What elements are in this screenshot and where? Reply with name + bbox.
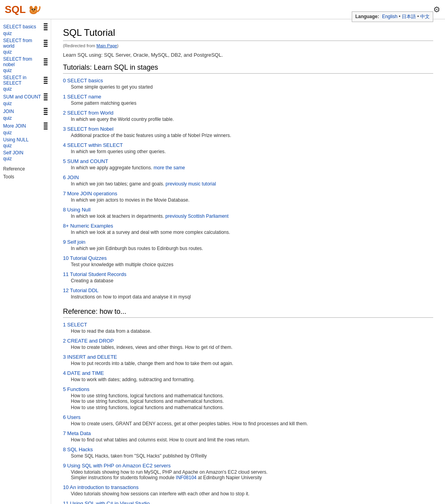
reference-desc-8: Video tutorials showing how to run MySQL… [71,469,433,480]
tutorial-title-5: 5 SUM and COUNT [63,158,433,164]
sidebar-item-select-basics[interactable]: SELECT basics [3,23,48,30]
sidebar-item-reference[interactable]: Reference [3,166,48,172]
tutorial-item-3: 3 SELECT from NobelAdditional practice o… [63,126,433,138]
tutorial-desc-4: In which we form queries using other que… [71,149,433,154]
sidebar-bars-icon [44,77,48,84]
tutorial-link-5[interactable]: 5 SUM and COUNT [63,158,108,164]
tutorial-link-12[interactable]: 11 Tutorial Student Records [63,271,126,277]
tutorial-link-2[interactable]: 2 SELECT from World [63,110,113,116]
reference-desc-0: How to read the data from a database. [71,328,433,334]
reference-desc2-8: Simpler instructions for students follow… [71,475,433,480]
sidebar-nav: SELECT basicsquizSELECT from worldquizSE… [3,23,48,161]
tutorial-link-6[interactable]: 6 JOIN [63,174,79,180]
reference-desc-9: Video tutorials showing how sessions can… [71,491,433,497]
tutorial-desc-2: In which we query the World country prof… [71,117,433,122]
tutorial-title-10: 9 Self join [63,239,433,245]
tutorial-title-8: 8 Using Null [63,207,433,213]
tutorial-item-2: 2 SELECT from WorldIn which we query the… [63,110,433,122]
sidebar-item-tools[interactable]: Tools [3,174,48,180]
sidebar-item-select-from-nobel[interactable]: SELECT from nobel [3,56,48,67]
main-content: Language: English • 日本語 • 中文 SQL Tutoria… [51,19,445,504]
tutorial-extra-link-5[interactable]: more the same [153,165,185,170]
tutorial-extra-link-8[interactable]: previously Scottish Parliament [165,213,229,219]
sidebar-item-select-from-world[interactable]: SELECT from world [3,38,48,49]
tutorial-title-3: 3 SELECT from Nobel [63,126,433,132]
reference-item-10: 11 Using SQL with C# in Visual StudioVid… [63,500,433,504]
svg-point-5 [34,9,35,10]
sidebar-quiz-11[interactable]: quiz [3,115,48,121]
tutorial-link-8[interactable]: 8 Using Null [63,207,90,213]
sidebar-quiz-5[interactable]: quiz [3,68,48,73]
tutorial-desc-6: In which we join two tables; game and go… [71,181,433,187]
sidebar-quiz-17[interactable]: quiz [3,156,48,161]
sidebar-item-join[interactable]: JOIN [3,108,48,115]
language-english[interactable]: English [382,14,397,19]
language-bar: Language: English • 日本語 • 中文 [352,11,433,22]
reference-item-8: 9 Using SQL with PHP on Amazon EC2 serve… [63,463,433,480]
reference-link-8[interactable]: 9 Using SQL with PHP on Amazon EC2 serve… [63,463,171,469]
language-chinese[interactable]: 中文 [420,14,430,19]
tutorial-title-11: 10 Tutorial Quizzes [63,255,433,261]
sidebar-quiz-1[interactable]: quiz [3,31,48,36]
sidebar-bars-icon [44,93,48,100]
tutorial-link-1[interactable]: 1 SELECT name [63,94,101,100]
reference-item-6: 7 Meta DataHow to find out what tables a… [63,430,433,443]
reference-link-1[interactable]: 2 CREATE and DROP [63,338,114,344]
reference-title-10: 11 Using SQL with C# in Visual Studio [63,500,433,504]
tutorial-link-10[interactable]: 9 Self join [63,239,85,245]
sidebar-quiz-9[interactable]: quiz [3,101,48,106]
reference-link-7[interactable]: 8 SQL Hacks [63,447,93,452]
sidebar-quiz-7[interactable]: quiz [3,86,48,92]
redirected-notice: (Redirected from Main Page) [63,43,433,48]
reference-title-4: 5 Functions [63,386,433,392]
tutorial-item-13: 12 Tutorial DDLInstructions on how to im… [63,287,433,300]
sidebar-item-select-in-select[interactable]: SELECT in SELECT [3,75,48,86]
reference-heading: Reference: how to... [63,308,433,318]
page-title: SQL Tutorial [63,27,433,41]
tutorial-link-0[interactable]: 0 SELECT basics [63,78,103,83]
reference-title-0: 1 SELECT [63,322,433,328]
tutorial-link-13[interactable]: 12 Tutorial DDL [63,287,98,293]
sidebar-bars-icon [44,40,48,47]
sidebar-quiz-3[interactable]: quiz [3,49,48,55]
tutorial-title-12: 11 Tutorial Student Records [63,271,433,277]
gear-icon[interactable]: ⚙ [433,5,440,14]
tutorial-extra-link-6[interactable]: previously music tutorial [166,181,216,187]
logo-zoo-icon [26,2,41,17]
tutorial-title-0: 0 SELECT basics [63,78,433,83]
tutorial-link-7[interactable]: 7 More JOIN operations [63,191,117,196]
sidebar: SELECT basicsquizSELECT from worldquizSE… [0,19,51,504]
reference-extra-link-8[interactable]: INF08104 [176,475,197,480]
reference-item-2: 3 INSERT and DELETEHow to put records in… [63,354,433,366]
tutorial-desc-11: Test your knowledge with multiple choice… [71,262,433,267]
reference-link-5[interactable]: 6 Users [63,414,81,420]
sidebar-item-self-join[interactable]: Self JOIN [3,150,48,156]
tutorial-link-9[interactable]: 8+ Numeric Examples [63,223,113,229]
tutorial-desc-13: Instructions on how to import data and a… [71,294,433,300]
tutorial-link-3[interactable]: 3 SELECT from Nobel [63,126,113,132]
reference-link-0[interactable]: 1 SELECT [63,322,87,328]
language-label: Language: [355,14,379,19]
reference-link-10[interactable]: 11 Using SQL with C# in Visual Studio [63,500,150,504]
reference-link-6[interactable]: 7 Meta Data [63,430,91,436]
language-japanese[interactable]: 日本語 [402,14,416,19]
reference-list: 1 SELECTHow to read the data from a data… [63,322,433,504]
sidebar-item-more-join[interactable]: More JOIN [3,122,48,130]
sidebar-quiz-13[interactable]: quiz [3,130,48,135]
sidebar-item-sum-and-count[interactable]: SUM and COUNT [3,93,48,100]
sidebar-quiz-15[interactable]: quiz [3,143,48,148]
reference-item-1: 2 CREATE and DROPHow to create tables, i… [63,338,433,350]
logo[interactable]: SQL [5,2,41,17]
tutorial-link-4[interactable]: 4 SELECT within SELECT [63,142,123,148]
reference-link-3[interactable]: 4 DATE and TIME [63,370,104,376]
main-page-link[interactable]: Main Page [96,43,117,48]
tutorial-link-11[interactable]: 10 Tutorial Quizzes [63,255,107,261]
tutorial-desc-1: Some pattern matching queries [71,100,433,106]
reference-link-9[interactable]: 10 An introduction to transactions [63,484,138,490]
reference-title-1: 2 CREATE and DROP [63,338,433,344]
reference-link-4[interactable]: 5 Functions [63,386,89,392]
sidebar-item-using-null[interactable]: Using NULL [3,137,48,143]
tutorial-item-6: 6 JOINIn which we join two tables; game … [63,174,433,187]
tutorial-item-11: 10 Tutorial QuizzesTest your knowledge w… [63,255,433,267]
reference-link-2[interactable]: 3 INSERT and DELETE [63,354,117,360]
